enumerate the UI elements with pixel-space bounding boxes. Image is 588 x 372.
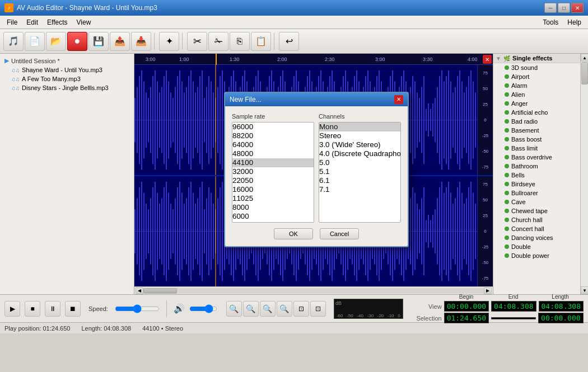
ch-71[interactable]: 7.1 (319, 185, 400, 194)
dialog-title: New File... (230, 96, 262, 103)
sr-8000[interactable]: 8000 (232, 203, 314, 212)
sr-44100[interactable]: 44100 (232, 158, 314, 167)
cancel-button[interactable]: Cancel (320, 228, 359, 239)
channels-col: Channels Mono Stereo 3.0 ('Wide' Stereo)… (319, 113, 401, 223)
sr-6000[interactable]: 6000 (232, 212, 314, 221)
ch-mono[interactable]: Mono (319, 123, 400, 131)
sr-64000[interactable]: 64000 (232, 140, 314, 149)
sample-rate-header: Sample rate (232, 113, 314, 120)
dialog-columns: Sample rate 96000 88200 64000 48000 4410… (232, 113, 401, 223)
sr-48000[interactable]: 48000 (232, 149, 314, 158)
sr-88200[interactable]: 88200 (232, 131, 314, 140)
ok-button[interactable]: OK (274, 228, 313, 239)
ch-40-discrete[interactable]: 4.0 (Discrete Quadraphonic) (319, 149, 400, 158)
dialog-content: Sample rate 96000 88200 64000 48000 4410… (225, 106, 408, 246)
dialog-overlay: New File... ✕ Sample rate 96000 88200 64… (0, 0, 588, 372)
sr-11025[interactable]: 11025 (232, 194, 314, 203)
ch-stereo[interactable]: Stereo (319, 131, 400, 140)
sample-rate-listbox[interactable]: 96000 88200 64000 48000 44100 32000 2205… (232, 122, 314, 223)
dialog-buttons: OK Cancel (232, 228, 401, 239)
ch-61[interactable]: 6.1 (319, 176, 400, 185)
new-file-dialog: New File... ✕ Sample rate 96000 88200 64… (224, 92, 409, 247)
sr-32000[interactable]: 32000 (232, 167, 314, 176)
sr-16000[interactable]: 16000 (232, 185, 314, 194)
ch-51[interactable]: 5.1 (319, 167, 400, 176)
channels-listbox[interactable]: Mono Stereo 3.0 ('Wide' Stereo) 4.0 (Dis… (319, 122, 401, 223)
sample-rate-col: Sample rate 96000 88200 64000 48000 4410… (232, 113, 314, 223)
ch-30-wide[interactable]: 3.0 ('Wide' Stereo) (319, 140, 400, 149)
sr-96000[interactable]: 96000 (232, 123, 314, 131)
dialog-titlebar: New File... ✕ (225, 93, 408, 106)
channels-header: Channels (319, 113, 401, 120)
ch-50[interactable]: 5.0 (319, 158, 400, 167)
sr-22050[interactable]: 22050 (232, 176, 314, 185)
dialog-close-button[interactable]: ✕ (394, 95, 403, 104)
